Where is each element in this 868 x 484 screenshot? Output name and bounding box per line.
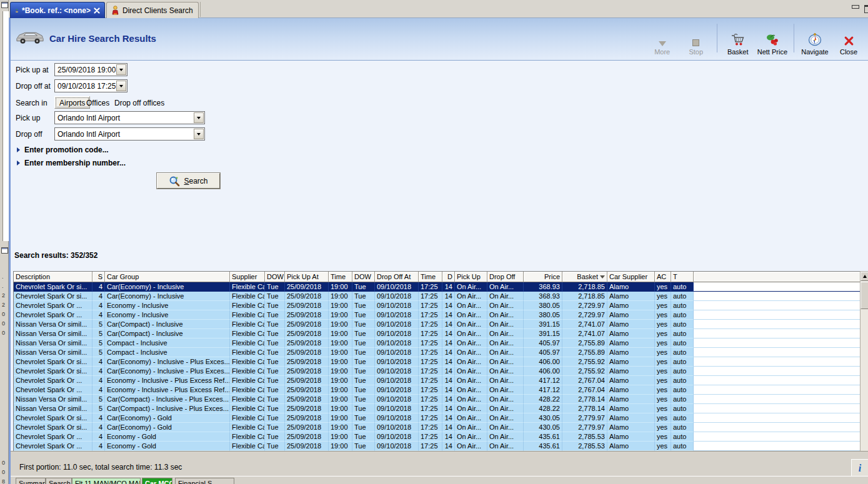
drop-off-at-field[interactable]: 09/10/2018 17:25 — [54, 79, 127, 92]
column-header-d[interactable]: D — [442, 272, 455, 282]
cell-drop_off_at: 09/10/2018 — [375, 301, 419, 310]
minimize-window-button[interactable] — [852, 5, 859, 9]
table-row[interactable]: Nissan Versa Or simil...5Car(Compact) - … — [14, 320, 861, 329]
table-row[interactable]: Nissan Versa Or simil...5Compact - Inclu… — [14, 348, 861, 357]
cell-drop_off: On Air... — [487, 310, 524, 320]
segment-tab-search[interactable]: Search — [46, 478, 72, 484]
cell-pick_up: On Air... — [455, 329, 487, 338]
table-row[interactable]: Chevrolet Spark Or si...4Car(Economy) - … — [14, 413, 861, 423]
dropdown-arrow-icon[interactable] — [194, 129, 204, 139]
stop-button[interactable]: Stop — [679, 22, 713, 56]
tab-direct-clients-search[interactable]: Direct Clients Search — [106, 2, 199, 18]
column-header-price[interactable]: Price — [524, 272, 562, 282]
segment-tab-summary[interactable]: Summary — [16, 478, 46, 484]
table-row[interactable]: Nissan Versa Or simil...5Compact - Inclu… — [14, 338, 861, 348]
table-row[interactable]: Chevrolet Spark Or ...4Economy - GoldFle… — [14, 442, 861, 451]
cell-filler — [694, 320, 861, 329]
column-header-desc[interactable]: Description — [14, 272, 92, 282]
table-row[interactable]: Nissan Versa Or simil...5Car(Compact) - … — [14, 395, 861, 404]
table-row[interactable]: Nissan Versa Or simil...5Car(Compact) - … — [14, 404, 861, 413]
column-header-pick_up_at[interactable]: Pick Up At — [285, 272, 329, 282]
segment-tab-flight[interactable]: Flt 11 MAN/MCO MAN/MCO — [72, 478, 141, 484]
cell-ac: yes — [655, 338, 671, 348]
column-header-filler[interactable] — [694, 272, 861, 282]
column-header-drop_off_at[interactable]: Drop Off At — [375, 272, 419, 282]
more-button[interactable]: More — [646, 22, 679, 56]
nett-price-button[interactable]: Nett Price — [755, 22, 790, 56]
restore-window-icon[interactable] — [1, 2, 8, 8]
navigate-button[interactable]: Navigate — [798, 22, 832, 56]
dropdown-arrow-icon[interactable] — [116, 64, 126, 75]
table-row[interactable]: Chevrolet Spark Or ...4Economy - Inclusi… — [14, 376, 861, 385]
cell-s: 5 — [92, 404, 105, 413]
segment-tab-car[interactable]: Car MCO — [142, 478, 172, 484]
table-row[interactable]: Chevrolet Spark Or si...4Car(Economy) - … — [14, 367, 861, 376]
drop-off-field[interactable]: Orlando Intl Airport — [54, 127, 205, 141]
table-row[interactable]: Chevrolet Spark Or si...4Car(Economy) - … — [14, 292, 861, 301]
column-header-drop_off[interactable]: Drop Off — [487, 272, 524, 282]
column-header-time1[interactable]: Time — [329, 272, 352, 282]
close-button-label: Close — [840, 48, 857, 56]
pick-up-at-field[interactable]: 25/09/2018 19:00 — [54, 63, 127, 76]
cell-desc: Chevrolet Spark Or ... — [14, 301, 92, 310]
cell-pick_up_at: 25/09/2018 — [285, 320, 329, 329]
cell-filler — [694, 423, 861, 432]
column-header-ac[interactable]: AC — [655, 272, 671, 282]
restore-window-icon[interactable] — [1, 247, 8, 254]
column-header-dow2[interactable]: DOW — [352, 272, 375, 282]
cell-group: Car(Compact) - Inclusive - Plus Exces... — [105, 404, 230, 413]
scrollbar-thumb[interactable] — [861, 282, 868, 309]
search-in-airports[interactable]: Airports — [54, 96, 90, 109]
promotion-code-expander[interactable]: Enter promotion code... — [17, 146, 109, 154]
search-button[interactable]: Search — [157, 173, 220, 189]
segment-tab-financial[interactable]: Financial S... — [175, 478, 234, 484]
column-header-car_supplier[interactable]: Car Supplier — [607, 272, 655, 282]
column-header-time2[interactable]: Time — [419, 272, 442, 282]
cell-t: auto — [671, 320, 694, 329]
table-row[interactable]: Chevrolet Spark Or si...4Car(Economy) - … — [14, 282, 861, 292]
cell-pick_up_at: 25/09/2018 — [285, 329, 329, 338]
cell-price: 428.22 — [524, 404, 562, 413]
scroll-up-button[interactable] — [861, 272, 868, 281]
table-header-row: DescriptionSCar GroupSupplierDOWPick Up … — [14, 272, 861, 282]
column-header-group[interactable]: Car Group — [105, 272, 230, 282]
membership-number-expander[interactable]: Enter membership number... — [17, 159, 126, 167]
table-row[interactable]: Chevrolet Spark Or ...4Economy - Inclusi… — [14, 310, 861, 320]
cell-price: 406.00 — [524, 357, 562, 367]
maximize-window-button[interactable] — [864, 5, 868, 13]
column-header-dow1[interactable]: DOW — [265, 272, 285, 282]
cell-filler — [694, 442, 861, 451]
cell-drop_off: On Air... — [487, 338, 524, 348]
search-in-offices[interactable]: Offices — [86, 99, 109, 107]
column-header-pick_up[interactable]: Pick Up — [455, 272, 487, 282]
table-row[interactable]: Chevrolet Spark Or ...4Economy - Inclusi… — [14, 301, 861, 310]
cell-dow1: Tue — [265, 442, 285, 451]
basket-button[interactable]: Basket — [721, 22, 755, 56]
cell-supplier: Flexible Car... — [230, 413, 265, 423]
pick-up-field[interactable]: Orlando Intl Airport — [54, 111, 205, 124]
table-row[interactable]: Chevrolet Spark Or ...4Economy - Inclusi… — [14, 385, 861, 395]
tab-booking-ref[interactable]: *Book. ref.: <none> — [10, 2, 105, 18]
dropdown-arrow-icon[interactable] — [194, 112, 204, 123]
person-icon — [111, 6, 119, 15]
column-header-s[interactable]: S — [92, 272, 105, 282]
search-in-drop-off-offices[interactable]: Drop off offices — [114, 99, 164, 107]
cell-dow2: Tue — [352, 282, 375, 292]
info-button[interactable]: i — [851, 459, 868, 477]
column-header-t[interactable]: T — [671, 272, 694, 282]
close-button[interactable]: Close — [832, 22, 866, 56]
column-header-basket[interactable]: Basket — [562, 272, 607, 282]
column-header-supplier[interactable]: Supplier — [230, 272, 265, 282]
table-row[interactable]: Chevrolet Spark Or si...4Car(Economy) - … — [14, 357, 861, 367]
cell-time2: 17:25 — [419, 329, 442, 338]
cell-pick_up_at: 25/09/2018 — [285, 385, 329, 395]
stop-icon — [692, 32, 699, 46]
cell-d: 14 — [442, 376, 455, 385]
tab-close-icon[interactable] — [94, 7, 100, 14]
table-row[interactable]: Chevrolet Spark Or si...4Car(Economy) - … — [14, 423, 861, 432]
dropdown-arrow-icon[interactable] — [116, 81, 126, 91]
cell-drop_off_at: 09/10/2018 — [375, 432, 419, 442]
compass-icon — [807, 32, 822, 46]
table-row[interactable]: Nissan Versa Or simil...5Car(Compact) - … — [14, 329, 861, 338]
table-row[interactable]: Chevrolet Spark Or ...4Economy - GoldFle… — [14, 432, 861, 442]
